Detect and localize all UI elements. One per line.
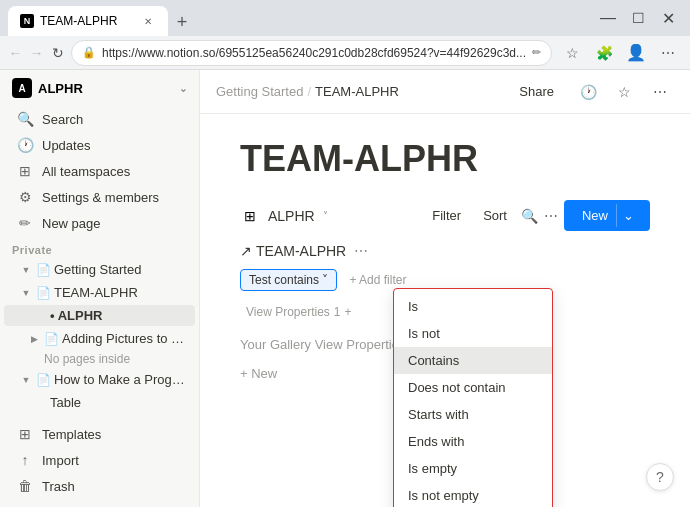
add-property-button[interactable]: + — [345, 305, 352, 319]
maximize-button[interactable]: ☐ — [624, 4, 652, 32]
dropdown-overlay: Is Is not Contains Does not contain Star… — [393, 288, 553, 507]
new-tab-button[interactable]: + — [168, 8, 196, 36]
forward-button[interactable]: → — [29, 39, 44, 67]
url-text: https://www.notion.so/6955125ea56240c291… — [102, 46, 526, 60]
filter-option-ends-with-label: Ends with — [408, 434, 464, 449]
help-button[interactable]: ? — [646, 463, 674, 491]
tree-item-getting-started[interactable]: ▼ 📄 Getting Started — [4, 259, 195, 280]
filter-button[interactable]: Filter — [424, 206, 469, 225]
browser-more-button[interactable]: ⋯ — [654, 39, 682, 67]
browser-titlebar: N TEAM-ALPHR ✕ + — ☐ ✕ — [0, 0, 690, 36]
filter-option-is-not[interactable]: Is not — [394, 320, 552, 347]
tree-toggle-icon: ▼ — [20, 375, 32, 385]
tree-item-table[interactable]: Table — [4, 392, 195, 413]
tree-item-how-to-make[interactable]: ▼ 📄 How to Make a Progres... — [4, 369, 195, 390]
view-name: TEAM-ALPHR — [256, 243, 346, 259]
filter-option-contains[interactable]: Contains — [394, 347, 552, 374]
settings-icon: ⚙ — [16, 189, 34, 205]
sidebar-item-settings[interactable]: ⚙ Settings & members — [4, 185, 195, 209]
import-label: Import — [42, 453, 183, 468]
trash-icon: 🗑 — [16, 478, 34, 494]
view-props-label: View Properties — [246, 305, 330, 319]
url-edit-icon: ✏ — [532, 46, 541, 59]
sidebar-item-all-teamspaces[interactable]: ⊞ All teamspaces — [4, 159, 195, 183]
sidebar-item-import[interactable]: ↑ Import — [4, 448, 195, 472]
tree-item-adding-pictures[interactable]: ▶ 📄 Adding Pictures to Yo... — [4, 328, 195, 349]
view-name-bar: ↗ TEAM-ALPHR ⋯ — [240, 243, 650, 259]
filter-option-does-not-contain[interactable]: Does not contain — [394, 374, 552, 401]
sidebar-item-trash[interactable]: 🗑 Trash — [4, 474, 195, 498]
new-record-button[interactable]: New ⌄ — [564, 200, 650, 231]
sidebar: A ALPHR ⌄ 🔍 Search 🕐 Updates ⊞ All teams… — [0, 70, 200, 507]
database-actions: Filter Sort 🔍 ⋯ New ⌄ — [424, 200, 650, 231]
view-properties-button[interactable]: View Properties 1 + — [240, 303, 358, 321]
active-tab[interactable]: N TEAM-ALPHR ✕ — [8, 6, 168, 36]
sort-button[interactable]: Sort — [475, 206, 515, 225]
filter-chip[interactable]: Test contains ˅ — [240, 269, 337, 291]
search-icon: 🔍 — [16, 111, 34, 127]
sidebar-item-new-page[interactable]: ✏ New page — [4, 211, 195, 235]
share-button[interactable]: Share — [507, 80, 566, 103]
minimize-button[interactable]: — — [594, 4, 622, 32]
filter-option-is-empty-label: Is empty — [408, 461, 457, 476]
profile-button[interactable]: 👤 — [622, 39, 650, 67]
new-page-label: New page — [42, 216, 183, 231]
close-button[interactable]: ✕ — [654, 4, 682, 32]
filter-option-is-not-empty[interactable]: Is not empty — [394, 482, 552, 507]
history-button[interactable]: 🕐 — [574, 78, 602, 106]
page-icon: 📄 — [36, 263, 50, 277]
back-button[interactable]: ← — [8, 39, 23, 67]
getting-started-label: Getting Started — [54, 262, 187, 277]
filter-option-is-empty[interactable]: Is empty — [394, 455, 552, 482]
extension-button[interactable]: 🧩 — [590, 39, 618, 67]
new-label: New — [574, 204, 616, 227]
add-filter-label: + Add filter — [349, 273, 406, 287]
main-content: Getting Started / TEAM-ALPHR Share 🕐 ☆ ⋯… — [200, 70, 690, 507]
filter-option-is[interactable]: Is — [394, 293, 552, 320]
breadcrumb-separator: / — [307, 84, 311, 99]
tab-close-button[interactable]: ✕ — [140, 13, 156, 29]
url-bar[interactable]: 🔒 https://www.notion.so/6955125ea56240c2… — [71, 40, 552, 66]
workspace-name: ALPHR — [38, 81, 173, 96]
breadcrumb-parent: Getting Started — [216, 84, 303, 99]
database-chevron-icon: ˅ — [323, 210, 328, 221]
filter-option-starts-with[interactable]: Starts with — [394, 401, 552, 428]
updates-label: Updates — [42, 138, 183, 153]
filter-option-ends-with[interactable]: Ends with — [394, 428, 552, 455]
filter-option-starts-with-label: Starts with — [408, 407, 469, 422]
sidebar-item-updates[interactable]: 🕐 Updates — [4, 133, 195, 157]
tree-item-alphr[interactable]: • ALPHR — [4, 305, 195, 326]
star-button[interactable]: ☆ — [558, 39, 586, 67]
updates-icon: 🕐 — [16, 137, 34, 153]
view-link[interactable]: ↗ TEAM-ALPHR — [240, 243, 346, 259]
workspace-header[interactable]: A ALPHR ⌄ — [0, 70, 199, 106]
view-more-button[interactable]: ⋯ — [354, 243, 368, 259]
topbar: Getting Started / TEAM-ALPHR Share 🕐 ☆ ⋯ — [200, 70, 690, 114]
address-bar: ← → ↻ 🔒 https://www.notion.so/6955125ea5… — [0, 36, 690, 70]
view-props-count: 1 — [334, 305, 341, 319]
filter-option-does-not-contain-label: Does not contain — [408, 380, 506, 395]
adding-pictures-label: Adding Pictures to Yo... — [62, 331, 187, 346]
trash-label: Trash — [42, 479, 183, 494]
sidebar-item-templates[interactable]: ⊞ Templates — [4, 422, 195, 446]
all-teamspaces-label: All teamspaces — [42, 164, 183, 179]
add-filter-button[interactable]: + Add filter — [343, 270, 412, 290]
db-more-button[interactable]: ⋯ — [544, 208, 558, 224]
how-to-make-label: How to Make a Progres... — [54, 372, 187, 387]
page-icon: 📄 — [36, 286, 50, 300]
no-pages-label: No pages inside — [0, 350, 199, 368]
address-bar-actions: ☆ 🧩 👤 ⋯ — [558, 39, 682, 67]
more-options-button[interactable]: ⋯ — [646, 78, 674, 106]
filter-chip-text: Test contains ˅ — [249, 273, 328, 287]
workspace-chevron-icon: ⌄ — [179, 83, 187, 94]
sidebar-item-search[interactable]: 🔍 Search — [4, 107, 195, 131]
db-search-icon[interactable]: 🔍 — [521, 208, 538, 224]
search-label: Search — [42, 112, 183, 127]
favorite-button[interactable]: ☆ — [610, 78, 638, 106]
tree-toggle-icon: ▶ — [28, 334, 40, 344]
database-header: ⊞ ALPHR ˅ Filter Sort 🔍 ⋯ New ⌄ — [240, 200, 650, 231]
tree-item-team-alphr[interactable]: ▼ 📄 TEAM-ALPHR — [4, 282, 195, 303]
new-chevron-icon[interactable]: ⌄ — [616, 204, 640, 227]
alphr-label: • ALPHR — [50, 308, 187, 323]
refresh-button[interactable]: ↻ — [50, 39, 65, 67]
